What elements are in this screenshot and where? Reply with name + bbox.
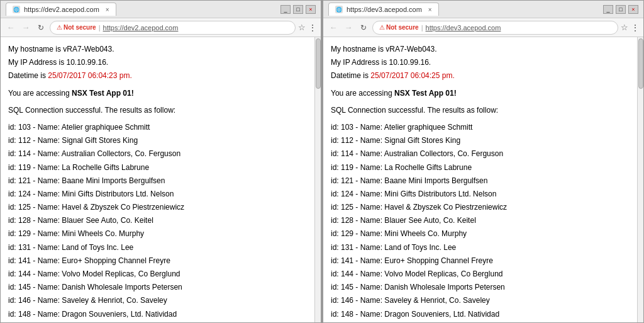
address-bar-right[interactable]: ⚠ Not secure | https://dev3.acepod.com xyxy=(372,21,618,35)
maximize-button-right[interactable]: □ xyxy=(616,5,626,14)
back-button-right[interactable]: ← xyxy=(327,21,340,34)
items-list-left: id: 103 - Name: Atelier graphiquee Schmi… xyxy=(8,122,307,322)
list-item: id: 141 - Name: Euro+ Shopping Channel F… xyxy=(8,255,307,267)
tab-close-left[interactable]: × xyxy=(106,6,109,13)
minimize-button-right[interactable]: _ xyxy=(603,5,613,14)
list-item: id: 103 - Name: Atelier graphiquee Schmi… xyxy=(331,122,630,133)
list-item: id: 146 - Name: Saveley & Henriot, Co. S… xyxy=(8,295,307,307)
warning-icon-right: ⚠ xyxy=(379,24,385,31)
hostname-right: My hostname is vRA7-Web043. xyxy=(331,43,630,55)
list-item: id: 129 - Name: Mini Wheels Co. Murphy xyxy=(8,228,307,240)
bookmark-button-right[interactable]: ☆ xyxy=(621,23,628,32)
list-item: id: 144 - Name: Volvo Model Replicas, Co… xyxy=(8,268,307,280)
ip-right: My IP Address is 10.10.99.16. xyxy=(331,57,630,69)
scrollbar-right[interactable] xyxy=(637,37,643,322)
address-bar-left[interactable]: ⚠ Not secure | https://dev2.acepod.com xyxy=(50,21,296,35)
content-wrapper-left: My hostname is vRA7-Web043. My IP Addres… xyxy=(1,37,321,322)
not-secure-label-right: Not secure xyxy=(386,24,419,31)
content-area-right: My hostname is vRA7-Web043. My IP Addres… xyxy=(323,37,637,322)
list-item: id: 121 - Name: Baane Mini Imports Bergu… xyxy=(331,175,630,187)
menu-button-left[interactable]: ⋮ xyxy=(308,23,317,33)
app-name-right: NSX Test App 01! xyxy=(394,89,457,98)
datetime-value-left: 25/07/2017 06:04:23 pm. xyxy=(48,71,131,80)
ip-left: My IP Address is 10.10.99.16. xyxy=(8,57,307,69)
title-bar-right: 🌐 https://dev3.acepod.com × _ □ × xyxy=(323,1,643,18)
list-item: id: 114 - Name: Australian Collectors, C… xyxy=(331,148,630,160)
title-bar-left: 🌐 https://dev2.acepod.com × _ □ × xyxy=(1,1,321,18)
list-item: id: 148 - Name: Dragon Souveniers, Ltd. … xyxy=(331,309,630,320)
tab-label-left: https://dev2.acepod.com xyxy=(24,6,99,13)
list-item: id: 146 - Name: Saveley & Henriot, Co. S… xyxy=(331,295,630,307)
browser-window-right: 🌐 https://dev3.acepod.com × _ □ × ← → ↻ … xyxy=(323,0,644,323)
list-item: id: 125 - Name: Havel & Zbyszek Co Piest… xyxy=(8,201,307,213)
address-url-left: https://dev2.acepod.com xyxy=(103,24,289,31)
list-item: id: 125 - Name: Havel & Zbyszek Co Piest… xyxy=(331,201,630,213)
list-item: id: 131 - Name: Land of Toys Inc. Lee xyxy=(8,242,307,254)
list-item: id: 145 - Name: Danish Wholesale Imports… xyxy=(331,281,630,293)
accessing-left: You are accessing NSX Test App 01! xyxy=(8,88,307,99)
minimize-button-left[interactable]: _ xyxy=(280,5,291,14)
reload-button-right[interactable]: ↻ xyxy=(357,21,370,34)
forward-button-left[interactable]: → xyxy=(19,21,32,34)
scrollbar-thumb-right[interactable] xyxy=(638,38,643,89)
accessing-right: You are accessing NSX Test App 01! xyxy=(331,88,630,99)
tab-favicon-left: 🌐 xyxy=(13,6,20,13)
app-name-left: NSX Test App 01! xyxy=(72,89,134,98)
list-item: id: 112 - Name: Signal Gift Stores King xyxy=(8,135,307,147)
security-icon-left: ⚠ Not secure xyxy=(57,24,96,31)
list-item: id: 131 - Name: Land of Toys Inc. Lee xyxy=(331,242,630,254)
bookmark-button-left[interactable]: ☆ xyxy=(298,23,306,32)
tab-left[interactable]: 🌐 https://dev2.acepod.com × xyxy=(6,3,116,16)
sql-msg-right: SQL Connection successful. The results a… xyxy=(331,105,630,116)
list-item: id: 112 - Name: Signal Gift Stores King xyxy=(331,135,630,147)
list-item: id: 114 - Name: Australian Collectors, C… xyxy=(8,148,307,160)
maximize-button-left[interactable]: □ xyxy=(293,5,303,14)
reload-button-left[interactable]: ↻ xyxy=(35,21,47,34)
tab-favicon-right: 🌐 xyxy=(335,6,343,13)
toolbar-left: ← → ↻ ⚠ Not secure | https://dev2.acepod… xyxy=(1,18,321,37)
close-button-right[interactable]: × xyxy=(628,5,638,14)
desktop: 🌐 https://dev2.acepod.com × _ □ × ← → ↻ … xyxy=(0,0,644,323)
back-button-left[interactable]: ← xyxy=(4,21,17,34)
list-item: id: 119 - Name: La Rochelle Gifts Labrun… xyxy=(331,162,630,174)
list-item: id: 121 - Name: Baane Mini Imports Bergu… xyxy=(8,175,307,187)
sql-msg-left: SQL Connection successful. The results a… xyxy=(8,105,307,116)
datetime-left: Datetime is 25/07/2017 06:04:23 pm. xyxy=(8,70,307,82)
list-item: id: 144 - Name: Volvo Model Replicas, Co… xyxy=(331,268,630,280)
forward-button-right[interactable]: → xyxy=(342,21,355,34)
datetime-right: Datetime is 25/07/2017 06:04:25 pm. xyxy=(331,70,630,82)
list-item: id: 145 - Name: Danish Wholesale Imports… xyxy=(8,281,307,293)
tab-label-right: https://dev3.acepod.com xyxy=(347,6,422,13)
security-icon-right: ⚠ Not secure xyxy=(379,24,419,31)
window-controls-right: _ □ × xyxy=(603,5,638,14)
datetime-value-right: 25/07/2017 06:04:25 pm. xyxy=(370,71,454,80)
menu-button-right[interactable]: ⋮ xyxy=(631,23,640,33)
content-area-left: My hostname is vRA7-Web043. My IP Addres… xyxy=(1,37,314,322)
not-secure-label-left: Not secure xyxy=(64,24,96,31)
list-item: id: 124 - Name: Mini Gifts Distributors … xyxy=(8,188,307,200)
list-item: id: 151 - Name: Muscle Machine Inc Young xyxy=(331,322,630,322)
separator-left: | xyxy=(99,24,101,31)
tab-right[interactable]: 🌐 https://dev3.acepod.com × xyxy=(328,3,439,16)
toolbar-right: ← → ↻ ⚠ Not secure | https://dev3.acepod… xyxy=(323,18,643,37)
list-item: id: 103 - Name: Atelier graphiquee Schmi… xyxy=(8,122,307,133)
separator-right: | xyxy=(421,24,423,31)
address-url-right: https://dev3.acepod.com xyxy=(426,24,611,31)
hostname-left: My hostname is vRA7-Web043. xyxy=(8,43,307,55)
list-item: id: 129 - Name: Mini Wheels Co. Murphy xyxy=(331,228,630,240)
list-item: id: 151 - Name: Muscle Machine Inc Young xyxy=(8,322,307,322)
scrollbar-thumb-left[interactable] xyxy=(316,38,321,89)
warning-icon-left: ⚠ xyxy=(57,24,62,31)
list-item: id: 141 - Name: Euro+ Shopping Channel F… xyxy=(331,255,630,267)
close-button-left[interactable]: × xyxy=(306,5,316,14)
items-list-right: id: 103 - Name: Atelier graphiquee Schmi… xyxy=(331,122,630,322)
browser-window-left: 🌐 https://dev2.acepod.com × _ □ × ← → ↻ … xyxy=(0,0,321,323)
list-item: id: 148 - Name: Dragon Souveniers, Ltd. … xyxy=(8,309,307,320)
scrollbar-left[interactable] xyxy=(314,37,321,322)
tab-close-right[interactable]: × xyxy=(428,6,432,13)
list-item: id: 128 - Name: Blauer See Auto, Co. Kei… xyxy=(8,215,307,227)
list-item: id: 128 - Name: Blauer See Auto, Co. Kei… xyxy=(331,215,630,227)
window-controls-left: _ □ × xyxy=(280,5,316,14)
list-item: id: 124 - Name: Mini Gifts Distributors … xyxy=(331,188,630,200)
content-wrapper-right: My hostname is vRA7-Web043. My IP Addres… xyxy=(323,37,643,322)
